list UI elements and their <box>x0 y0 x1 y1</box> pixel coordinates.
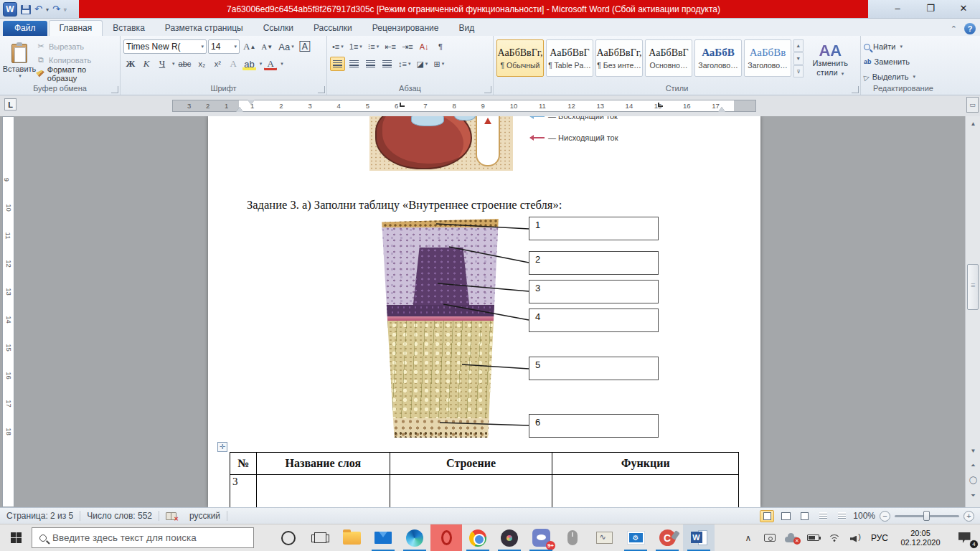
multilevel-list-button[interactable]: ⁝≡▾ <box>366 39 381 54</box>
clipboard-dialog-launcher-icon[interactable] <box>111 86 118 93</box>
answer-box-6[interactable]: 6 <box>529 414 659 438</box>
tray-display-button[interactable] <box>759 524 781 551</box>
line-spacing-button[interactable]: ↕≡▾ <box>396 57 413 71</box>
change-styles-button[interactable]: АА Изменить стили ▾ <box>804 38 857 83</box>
edge-button[interactable] <box>399 524 430 551</box>
italic-button[interactable]: К <box>139 57 154 71</box>
sort-button[interactable]: А↓ <box>417 39 432 54</box>
fullscreen-reading-view-button[interactable] <box>778 510 793 522</box>
table-move-handle[interactable]: ✛ <box>217 442 227 452</box>
hanging-indent-marker[interactable] <box>236 107 243 112</box>
justify-button[interactable] <box>380 57 395 71</box>
answer-box-2[interactable]: 2 <box>529 251 659 275</box>
next-page-icon[interactable]: ⏷ <box>966 489 980 501</box>
underline-button[interactable]: Ч <box>155 57 169 71</box>
scroll-up-icon[interactable]: ▲ <box>966 118 980 130</box>
strikethrough-button[interactable]: abc <box>176 57 194 71</box>
select-button[interactable]: ▷Выделить▾ <box>864 70 943 83</box>
align-center-button[interactable] <box>347 57 362 71</box>
font-dialog-launcher-icon[interactable] <box>318 86 325 93</box>
tab-mailings[interactable]: Рассылки <box>303 21 362 36</box>
numbering-button[interactable]: 1≡▾ <box>347 39 364 54</box>
bullets-button[interactable]: •≡▾ <box>330 39 346 54</box>
volume-button[interactable] <box>845 524 867 551</box>
scroll-down-icon[interactable]: ▼ <box>966 445 980 457</box>
spellcheck-status[interactable] <box>159 508 183 524</box>
document-page[interactable]: — Восходящий ток — Нисходящий ток Задани… <box>208 116 760 507</box>
performance-monitor-button[interactable] <box>588 524 620 551</box>
language-switcher[interactable]: РУС <box>867 524 892 551</box>
action-center-button[interactable]: 4 <box>948 524 980 551</box>
paragraph-dialog-launcher-icon[interactable] <box>484 86 491 93</box>
tab-page-layout[interactable]: Разметка страницы <box>155 21 253 36</box>
word-taskbar-button[interactable]: W <box>683 524 715 551</box>
tab-file[interactable]: Файл <box>3 21 47 36</box>
ccleaner-button[interactable]: C <box>651 524 683 551</box>
font-size-select[interactable]: 14▾ <box>208 39 240 54</box>
layers-table[interactable]: № Название слоя Строение Функции 3 <box>230 452 739 507</box>
cut-button[interactable]: ✂Вырезать <box>36 40 117 52</box>
answer-box-4[interactable]: 4 <box>529 309 659 332</box>
file-explorer-button[interactable] <box>336 524 367 551</box>
tab-stop-icon[interactable] <box>400 103 405 107</box>
style-no-spacing[interactable]: АаБбВвГг, ¶ Без инте… <box>595 39 643 77</box>
minimize-button[interactable]: – <box>881 0 914 16</box>
collapse-ribbon-icon[interactable]: ⌃ <box>951 24 957 34</box>
styles-more-icon[interactable]: ⊽ <box>793 65 804 77</box>
games-app-button[interactable]: 9+ <box>525 524 557 551</box>
bold-button[interactable]: Ж <box>123 57 138 71</box>
tab-selector[interactable]: L <box>4 98 17 110</box>
style-table-paragraph[interactable]: АаБбВвГ ¶ Table Pa… <box>546 39 593 77</box>
tray-expand-button[interactable]: ∧ <box>738 524 759 551</box>
answer-box-3[interactable]: 3 <box>529 280 659 303</box>
shrink-font-button[interactable]: А▼ <box>259 39 275 54</box>
vertical-scrollbar[interactable]: ▲ ▼ ⏶ ◯ ⏷ <box>965 116 980 507</box>
tab-insert[interactable]: Вставка <box>103 21 155 36</box>
show-marks-button[interactable]: ¶ <box>433 39 448 54</box>
clear-formatting-button[interactable]: 🄰 <box>298 39 312 54</box>
tab-stop-icon[interactable] <box>658 103 663 107</box>
tab-view[interactable]: Вид <box>448 21 484 36</box>
save-icon[interactable] <box>21 5 31 14</box>
network-status-button[interactable] <box>824 524 845 551</box>
music-app-button[interactable] <box>494 524 525 551</box>
row-number-cell[interactable]: 3 <box>230 475 257 508</box>
scrollbar-thumb[interactable] <box>967 264 979 310</box>
functions-cell[interactable] <box>552 475 739 508</box>
increase-indent-button[interactable]: ⇥≡ <box>400 39 415 54</box>
style-heading2[interactable]: АаБбВв Заголово… <box>744 39 791 77</box>
tab-references[interactable]: Ссылки <box>253 21 303 36</box>
style-heading1[interactable]: АаБбВ Заголово… <box>694 39 742 77</box>
system-settings-button[interactable]: ⚙ <box>620 524 651 551</box>
style-normal[interactable]: АаБбВвГг, ¶ Обычный <box>496 39 544 77</box>
right-indent-marker[interactable] <box>718 107 725 112</box>
word-app-icon[interactable]: W <box>3 2 17 17</box>
find-button[interactable]: Найти▾ <box>864 40 943 53</box>
paste-button[interactable]: Вставить ▾ <box>3 38 36 83</box>
styles-dialog-launcher-icon[interactable] <box>852 86 859 93</box>
task-view-button[interactable] <box>304 524 336 551</box>
outline-view-button[interactable] <box>816 510 830 522</box>
replace-button[interactable]: abЗаменить <box>864 55 943 68</box>
align-left-button[interactable] <box>330 57 345 71</box>
zoom-slider-thumb[interactable] <box>923 511 930 521</box>
layer-name-cell[interactable] <box>256 475 390 508</box>
change-case-button[interactable]: Аа▾ <box>276 39 296 54</box>
subscript-button[interactable]: x₂ <box>194 57 209 71</box>
redo-icon[interactable]: ↷ <box>52 2 60 17</box>
borders-button[interactable]: ⊞▾ <box>431 57 446 71</box>
zoom-out-icon[interactable]: − <box>880 511 890 522</box>
undo-caret-icon[interactable]: ▾ <box>46 6 49 13</box>
battery-status-button[interactable] <box>802 524 824 551</box>
font-family-select[interactable]: Times New R(▾ <box>123 39 207 54</box>
font-color-button[interactable]: А <box>263 57 278 71</box>
mouse-settings-button[interactable] <box>557 524 588 551</box>
text-effects-button[interactable]: А <box>226 57 240 71</box>
zoom-slider[interactable] <box>895 515 959 517</box>
previous-page-icon[interactable]: ⏶ <box>966 459 980 471</box>
zoom-level[interactable]: 100% <box>853 511 875 521</box>
clock[interactable]: 20:0502.12.2020 <box>892 524 948 551</box>
styles-scroll-down-icon[interactable]: ▼ <box>793 52 804 65</box>
zoom-in-icon[interactable]: + <box>963 511 974 522</box>
language-indicator[interactable]: русский <box>183 508 227 524</box>
